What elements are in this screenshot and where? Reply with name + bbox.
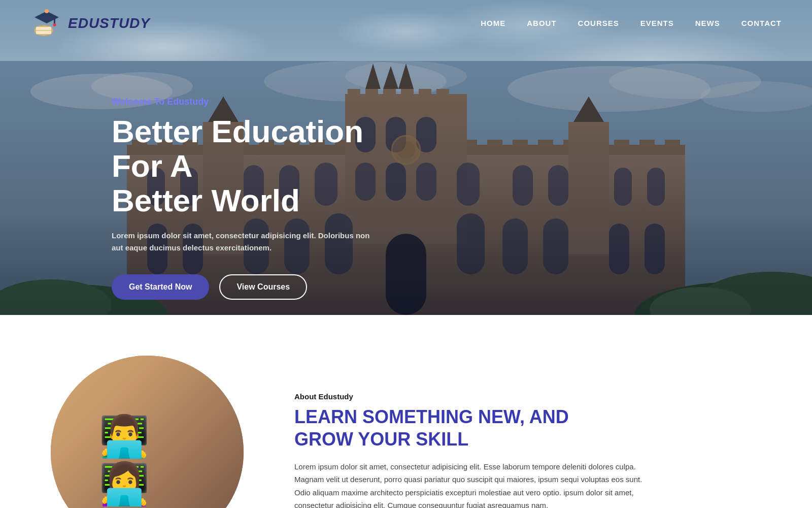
nav-item-home[interactable]: HOME	[481, 19, 505, 28]
svg-rect-110	[85, 471, 106, 473]
svg-point-95	[99, 455, 134, 490]
about-section: About Edustudy LEARN SOMETHING NEW, AND …	[0, 315, 812, 508]
nav-item-courses[interactable]: COURSES	[578, 19, 619, 28]
nav-link-contact[interactable]: CONTACT	[741, 19, 782, 27]
hero-buttons: Get Started Now View Courses	[112, 274, 406, 300]
svg-point-91	[51, 356, 244, 508]
view-courses-button[interactable]: View Courses	[219, 274, 307, 300]
svg-rect-107	[170, 466, 211, 492]
about-body-text: Lorem ipsum dolor sit amet, consectetur …	[294, 460, 650, 508]
svg-rect-106	[167, 465, 213, 494]
hero-description: Lorem ipsum dolor sit amet, consectetur …	[112, 230, 376, 254]
brand-link[interactable]: EDUSTUDY	[30, 7, 150, 40]
svg-rect-111	[85, 475, 108, 478]
nav-item-about[interactable]: ABOUT	[527, 19, 556, 28]
navbar: EDUSTUDY HOME ABOUT COURSES EVENTS NEWS …	[0, 0, 812, 47]
nav-link-events[interactable]: EVENTS	[640, 19, 674, 27]
svg-rect-4	[54, 17, 55, 24]
about-heading: LEARN SOMETHING NEW, AND GROW YOUR SKILL	[294, 406, 650, 450]
svg-point-97	[108, 469, 117, 479]
svg-rect-113	[151, 478, 154, 488]
svg-point-5	[53, 23, 56, 26]
hero-section: Welcome To Edustudy Better Education For…	[0, 0, 812, 315]
nav-menu: HOME ABOUT COURSES EVENTS NEWS CONTACT	[481, 19, 782, 28]
svg-rect-93	[61, 478, 233, 488]
nav-item-news[interactable]: NEWS	[695, 19, 720, 28]
svg-point-90	[51, 356, 244, 508]
get-started-button[interactable]: Get Started Now	[112, 274, 209, 300]
nav-item-events[interactable]: EVENTS	[640, 19, 674, 28]
svg-rect-103	[81, 462, 127, 493]
svg-point-102	[170, 456, 204, 472]
svg-rect-92	[51, 483, 244, 508]
about-text: About Edustudy LEARN SOMETHING NEW, AND …	[294, 392, 650, 508]
svg-point-112	[145, 470, 160, 485]
svg-rect-105	[79, 492, 129, 496]
hero-subtitle: Welcome To Edustudy	[112, 97, 406, 107]
svg-point-114	[146, 472, 154, 478]
brand-name: EDUSTUDY	[68, 15, 150, 31]
nav-link-home[interactable]: HOME	[481, 19, 505, 27]
about-heading-line1: LEARN SOMETHING NEW, AND	[294, 406, 569, 427]
svg-point-96	[99, 452, 134, 470]
nav-link-news[interactable]: NEWS	[695, 19, 720, 27]
svg-rect-109	[85, 467, 111, 469]
hero-title-line2: Better World	[112, 183, 300, 218]
nav-item-contact[interactable]: CONTACT	[741, 19, 782, 28]
brand-logo-icon	[30, 7, 63, 40]
about-image-svg	[51, 356, 244, 508]
hero-title-line1: Better Education For A	[112, 114, 363, 183]
svg-point-100	[160, 480, 216, 508]
svg-rect-108	[165, 493, 216, 497]
hero-title: Better Education For A Better World	[112, 114, 406, 218]
svg-point-101	[170, 458, 204, 492]
about-label: About Edustudy	[294, 392, 650, 401]
nav-link-about[interactable]: ABOUT	[527, 19, 556, 27]
svg-point-7	[45, 9, 49, 13]
svg-point-98	[117, 469, 126, 479]
svg-point-115	[151, 472, 159, 478]
svg-point-94	[91, 478, 142, 508]
about-image	[51, 356, 244, 508]
about-heading-line2: GROW YOUR SKILL	[294, 429, 468, 450]
svg-rect-104	[83, 464, 125, 490]
nav-link-courses[interactable]: COURSES	[578, 19, 619, 27]
